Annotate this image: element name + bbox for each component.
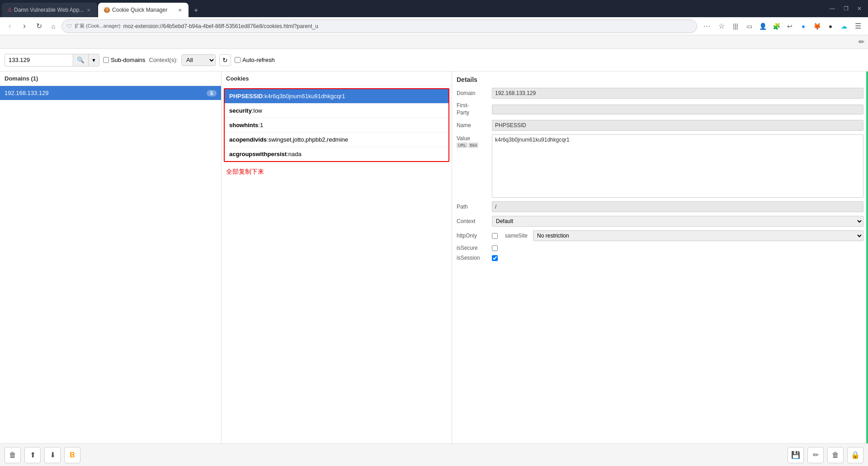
lock-details-button[interactable]: 🔒 xyxy=(847,447,863,463)
nav-icon-5[interactable]: ↩ xyxy=(784,20,796,32)
address-shield-icon: 🛡 xyxy=(66,23,72,29)
pencil-icon[interactable]: ✏ xyxy=(859,38,864,46)
name-detail-value: PHPSESSID xyxy=(492,120,863,131)
nav-icon-2[interactable]: ▭ xyxy=(743,20,755,32)
bottom-right-buttons: 💾 ✏ 🗑 🔒 xyxy=(788,447,863,463)
domains-panel-header: Domains (1) xyxy=(0,71,221,86)
cookie-item-showhints[interactable]: showhints:1 xyxy=(225,118,448,132)
cookie-item-acopendivids[interactable]: acopendivids:swingset,jotto,phpbb2,redmi… xyxy=(225,132,448,147)
cookie-value-security: low xyxy=(254,107,263,114)
refresh-button[interactable]: ↻ xyxy=(33,20,45,33)
panels-container: Domains (1) 192.168.133.129 5 Cookies PH… xyxy=(0,71,868,443)
more-button[interactable]: ··· xyxy=(701,20,713,33)
httponly-label: httpOnly xyxy=(457,233,488,239)
samesite-select[interactable]: No restriction Lax Strict xyxy=(533,230,863,241)
nav-icon-8[interactable]: ● xyxy=(825,20,836,32)
cookie-name-acopendivids: acopendivids xyxy=(229,136,267,143)
subdomains-checkbox-label[interactable]: Sub-domains xyxy=(103,57,146,63)
bottom-toolbar: 🗑 ⬆ ⬇ B 💾 ✏ 🗑 🔒 xyxy=(0,443,868,466)
value-detail-textarea[interactable]: k4r6q3b0jnum61ku91dhkgcqr1 xyxy=(492,134,863,198)
cookies-panel: Cookies PHPSESSID:k4r6q3b0jnum61ku91dhkg… xyxy=(222,71,452,443)
import-button[interactable]: ⬆ xyxy=(24,447,41,463)
domain-item-192[interactable]: 192.168.133.129 5 xyxy=(0,86,221,100)
cookiemgr-tab-title: Cookie Quick Manager xyxy=(112,7,175,13)
cookie-value-acgroupswithpersist: nada xyxy=(288,151,302,157)
minimize-button[interactable]: — xyxy=(826,2,839,15)
issession-checkbox[interactable] xyxy=(492,255,498,261)
cookies-panel-header: Cookies xyxy=(222,71,452,86)
nav-menu-button[interactable]: ☰ xyxy=(852,20,864,33)
issecure-checkbox[interactable] xyxy=(492,245,498,251)
subdomains-label-text: Sub-domains xyxy=(111,57,146,63)
edit-details-button[interactable]: ✏ xyxy=(807,447,824,463)
app-toolbar: 🔍 ▼ Sub-domains Context(s): All Default … xyxy=(0,49,868,71)
cookie-item-security[interactable]: security:low xyxy=(225,103,448,118)
copy-all-link[interactable]: 全部复制下来 xyxy=(222,164,452,180)
path-detail-row: Path / xyxy=(457,201,863,212)
domain-name-text: 192.168.133.129 xyxy=(5,90,49,96)
issession-row: isSession xyxy=(457,255,863,261)
nav-icon-7[interactable]: 🦊 xyxy=(811,20,823,32)
cookie-name-showhints: showhints xyxy=(229,122,258,128)
cookies-list-border: PHPSESSID:k4r6q3b0jnum61ku91dhkgcqr1 sec… xyxy=(224,88,449,162)
nav-icon-4[interactable]: 🧩 xyxy=(770,20,782,32)
value-detail-label: Value xyxy=(457,135,488,142)
close-button[interactable]: ✕ xyxy=(853,2,866,15)
export-button[interactable]: ⬇ xyxy=(44,447,61,463)
donate-button[interactable]: B xyxy=(64,447,80,463)
delete-button[interactable]: 🗑 xyxy=(5,447,21,463)
cookie-value-phpsessid: k4r6q3b0jnum61ku91dhkgcqr1 xyxy=(264,93,345,100)
refresh-cookies-button[interactable]: ↻ xyxy=(219,54,231,66)
nav-icon-1[interactable]: ||| xyxy=(730,20,741,32)
tab-bar: ⚠ Damn Vulnerable Web App... ✕ 🍪 Cookie … xyxy=(0,0,868,17)
home-button[interactable]: ⌂ xyxy=(47,20,60,33)
domain-badge: 5 xyxy=(207,90,217,96)
bookmark-button[interactable]: ☆ xyxy=(715,20,728,33)
url-badge: URL xyxy=(457,143,467,148)
name-detail-label: Name xyxy=(457,122,488,128)
autorefresh-checkbox-label[interactable]: Auto-refresh xyxy=(235,57,275,63)
cookie-item-acgroupswithpersist[interactable]: acgroupswithpersist:nada xyxy=(225,147,448,161)
path-detail-value: / xyxy=(492,201,863,212)
cookie-name-acgroupswithpersist: acgroupswithpersist xyxy=(229,151,287,157)
cookiemgr-tab-close[interactable]: ✕ xyxy=(177,7,183,13)
httponly-samesite-row: httpOnly sameSite No restriction Lax Str… xyxy=(457,230,863,241)
search-button[interactable]: 🔍 xyxy=(73,54,88,67)
search-input[interactable] xyxy=(5,55,73,65)
window-controls: — ❐ ✕ xyxy=(824,0,868,17)
cookie-item-phpsessid[interactable]: PHPSESSID:k4r6q3b0jnum61ku91dhkgcqr1 xyxy=(225,89,448,103)
delete-details-button[interactable]: 🗑 xyxy=(827,447,844,463)
address-bar[interactable]: 🛡 扩展 (Cook...anager) moz-extension://64b… xyxy=(61,19,697,33)
subdomains-checkbox[interactable] xyxy=(103,57,109,63)
search-dropdown-button[interactable]: ▼ xyxy=(88,54,99,67)
nav-icon-3[interactable]: 👤 xyxy=(757,20,769,32)
context-select[interactable]: All Default Private xyxy=(181,54,216,66)
issecure-label: isSecure xyxy=(457,245,488,251)
cookie-name-phpsessid: PHPSESSID xyxy=(229,93,263,100)
issession-label: isSession xyxy=(457,255,488,261)
first-party-label: First-Party xyxy=(457,102,488,116)
back-button[interactable]: ‹ xyxy=(4,20,16,33)
b64-badge: B64 xyxy=(468,143,478,148)
context-detail-select[interactable]: Default Private xyxy=(492,216,863,227)
cookiemgr-favicon: 🍪 xyxy=(104,7,110,13)
domain-detail-label: Domain xyxy=(457,90,488,96)
ext-toolbar: ✏ xyxy=(0,35,868,49)
save-details-button[interactable]: 💾 xyxy=(788,447,804,463)
value-badges: URL B64 xyxy=(457,143,488,148)
httponly-checkbox[interactable] xyxy=(492,233,498,239)
nav-bar: ‹ › ↻ ⌂ 🛡 扩展 (Cook...anager) moz-extensi… xyxy=(0,17,868,35)
first-party-value xyxy=(492,105,863,114)
nav-icon-6[interactable]: ● xyxy=(797,20,809,32)
samesite-label: sameSite xyxy=(505,233,528,239)
browser-window: ⚠ Damn Vulnerable Web App... ✕ 🍪 Cookie … xyxy=(0,0,868,466)
forward-button[interactable]: › xyxy=(18,20,31,33)
dvwa-tab-close[interactable]: ✕ xyxy=(85,7,92,13)
nav-icon-9[interactable]: ☁ xyxy=(838,20,850,32)
tab-cookiemgr[interactable]: 🍪 Cookie Quick Manager ✕ xyxy=(98,3,189,17)
bottom-left-buttons: 🗑 ⬆ ⬇ B xyxy=(5,447,80,463)
autorefresh-checkbox[interactable] xyxy=(235,57,241,63)
tab-dvwa[interactable]: ⚠ Damn Vulnerable Web App... ✕ xyxy=(2,3,97,17)
maximize-button[interactable]: ❐ xyxy=(840,2,852,15)
new-tab-button[interactable]: + xyxy=(189,4,203,17)
